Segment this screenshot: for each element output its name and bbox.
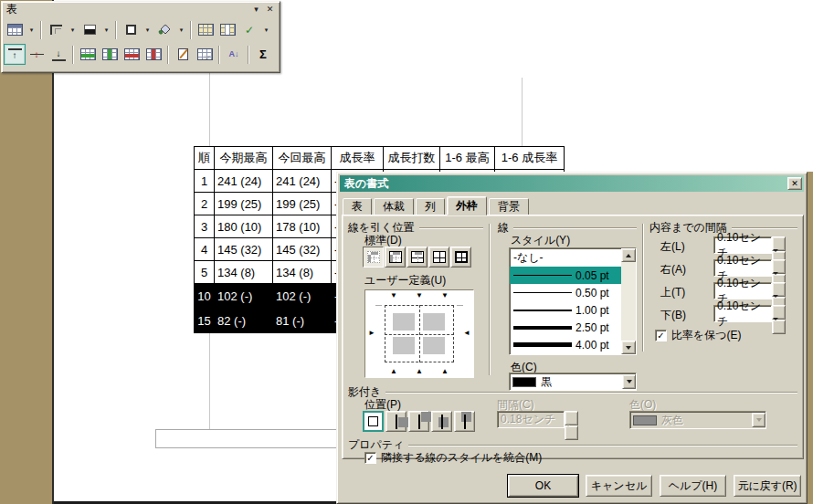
table-cell[interactable]: 145 (32)	[273, 238, 332, 261]
preset-box-all-thick-button[interactable]	[450, 247, 471, 268]
table-cell[interactable]: 1	[195, 170, 215, 193]
table-cell[interactable]: 3	[195, 215, 215, 238]
tab-background[interactable]: 背景	[489, 198, 529, 215]
insert-table-dropdown[interactable]: ▾	[26, 19, 37, 40]
table-cell[interactable]: 102 (-)	[273, 284, 332, 309]
style-item[interactable]: 4.00 pt	[510, 336, 621, 353]
style-item-none[interactable]: -なし-	[510, 249, 621, 267]
table-cell[interactable]: 134 (8)	[215, 261, 273, 284]
toolbar-menu-button[interactable]: ▾	[249, 4, 263, 16]
spacing-left-value[interactable]: 0.10センチ	[713, 236, 772, 254]
table-properties-button[interactable]: ☞	[194, 44, 216, 65]
shadow-top-left-button[interactable]	[454, 411, 475, 432]
table-cell[interactable]: 180 (10)	[215, 215, 273, 238]
table-cell[interactable]: 145 (32)	[215, 238, 273, 261]
spinner[interactable]	[772, 282, 786, 299]
table-cell[interactable]: 241 (24)	[273, 170, 332, 193]
dialog-titlebar[interactable]: 表の書式 ✕	[340, 175, 804, 192]
table-cell[interactable]: 178 (10)	[273, 215, 332, 238]
empty-text-frame[interactable]	[155, 429, 339, 448]
scroll-down-button[interactable]	[621, 341, 636, 354]
border-style-button[interactable]	[45, 19, 67, 40]
shadow-none-button[interactable]	[363, 411, 384, 432]
spinner[interactable]	[772, 236, 786, 254]
optimize-button[interactable]: ✓	[238, 19, 260, 40]
table-header-cell[interactable]: 成長率	[332, 147, 384, 170]
scroll-up-button[interactable]	[621, 248, 636, 262]
dialog-close-button[interactable]: ✕	[787, 177, 802, 190]
line-style-button[interactable]	[120, 19, 142, 40]
align-top-button[interactable]: ↑	[4, 44, 26, 65]
optimize-dropdown[interactable]: ▾	[260, 19, 272, 40]
delete-column-button[interactable]	[143, 44, 164, 65]
split-cells-button[interactable]	[216, 19, 238, 40]
align-bottom-button[interactable]: ↓	[48, 44, 69, 65]
spacing-right-field[interactable]: 0.10センチ	[713, 259, 786, 277]
autoformat-button[interactable]	[172, 44, 194, 65]
shadow-bottom-right-button[interactable]	[385, 411, 406, 432]
table-cell[interactable]: 81 (-)	[273, 309, 332, 333]
tab-borders[interactable]: 外枠	[447, 196, 487, 215]
preset-box-horizontal-button[interactable]	[406, 247, 428, 268]
table-cell[interactable]: 5	[195, 261, 215, 284]
shadow-top-right-button[interactable]	[408, 411, 429, 432]
table-header-cell[interactable]: 1-6 成長率	[495, 147, 565, 170]
table-cell[interactable]: 102 (-)	[215, 284, 273, 309]
table-header-cell[interactable]: 今期最高	[215, 147, 273, 170]
spinner[interactable]	[772, 305, 786, 322]
insert-column-button[interactable]	[99, 44, 121, 65]
preset-no-border-button[interactable]	[363, 247, 384, 268]
border-preview[interactable]: ▼ ▼ ▼ ▲ ▲ ▲ ► ◄	[364, 289, 474, 378]
insert-table-button[interactable]	[4, 19, 26, 40]
listbox-scrollbar[interactable]	[621, 248, 636, 354]
toolbar-close-button[interactable]: ✕	[263, 4, 277, 16]
spacing-bottom-value[interactable]: 0.10センチ	[713, 305, 772, 322]
table-cell[interactable]: 10	[195, 284, 215, 309]
merge-cells-button[interactable]	[195, 19, 216, 40]
border-color-dropdown[interactable]: ▾	[100, 19, 112, 40]
spacing-left-field[interactable]: 0.10センチ	[713, 236, 786, 254]
cancel-button[interactable]: キャンセル	[586, 475, 652, 497]
table-cell[interactable]: 199 (25)	[273, 193, 332, 215]
spinner[interactable]	[772, 259, 786, 277]
shadow-bottom-left-button[interactable]	[431, 411, 452, 432]
line-style-listbox[interactable]: -なし- 0.05 pt 0.50 pt 1.00 pt 2.50 pt 4.0…	[509, 247, 637, 355]
checkbox[interactable]: ✓	[655, 330, 667, 341]
spacing-top-field[interactable]: 0.10センチ	[713, 282, 786, 299]
table-cell[interactable]: 82 (-)	[215, 309, 273, 333]
spacing-bottom-field[interactable]: 0.10センチ	[713, 305, 786, 322]
table-cell[interactable]: 199 (25)	[215, 193, 273, 215]
table-cell[interactable]: 15	[195, 309, 215, 333]
preset-box-button[interactable]	[385, 247, 406, 268]
delete-row-button[interactable]	[121, 44, 143, 65]
background-color-button[interactable]	[153, 19, 175, 40]
ok-button[interactable]: OK	[508, 475, 578, 497]
toolbar-titlebar[interactable]: 表 ▾ ✕	[2, 2, 280, 17]
table-header-cell[interactable]: 順	[195, 147, 215, 170]
tab-table[interactable]: 表	[343, 198, 372, 215]
tab-text-flow[interactable]: 体裁	[374, 198, 414, 215]
table-cell[interactable]: 134 (8)	[273, 261, 332, 284]
reset-button[interactable]: 元に戻す(R)	[734, 475, 801, 497]
background-color-dropdown[interactable]: ▾	[175, 19, 187, 40]
merge-adjacent-checkbox[interactable]: ✓ 隣接する線のスタイルを統合(M)	[364, 450, 542, 466]
tab-columns[interactable]: 列	[416, 198, 445, 215]
keep-ratio-checkbox[interactable]: ✓ 比率を保つ(E)	[655, 328, 742, 343]
style-item[interactable]: 2.50 pt	[510, 319, 621, 336]
sum-button[interactable]: Σ	[252, 44, 274, 65]
table-cell[interactable]: 2	[195, 193, 215, 215]
spacing-top-value[interactable]: 0.10センチ	[713, 282, 772, 299]
preset-box-all-button[interactable]	[428, 247, 449, 268]
table-header-cell[interactable]: 成長打数	[384, 147, 440, 170]
spacing-right-value[interactable]: 0.10センチ	[713, 259, 772, 277]
style-item-selected[interactable]: 0.05 pt	[510, 267, 621, 284]
help-button[interactable]: ヘルプ(H)	[660, 475, 726, 497]
table-cell[interactable]: 4	[195, 238, 215, 261]
table-cell[interactable]: 241 (24)	[215, 170, 273, 193]
border-style-dropdown[interactable]: ▾	[67, 19, 79, 40]
checkbox[interactable]: ✓	[364, 452, 376, 464]
style-item[interactable]: 0.50 pt	[510, 284, 621, 301]
center-vertical-button[interactable]: ↕	[26, 44, 48, 65]
line-style-dropdown[interactable]: ▾	[142, 19, 153, 40]
style-item[interactable]: 1.00 pt	[510, 301, 621, 319]
